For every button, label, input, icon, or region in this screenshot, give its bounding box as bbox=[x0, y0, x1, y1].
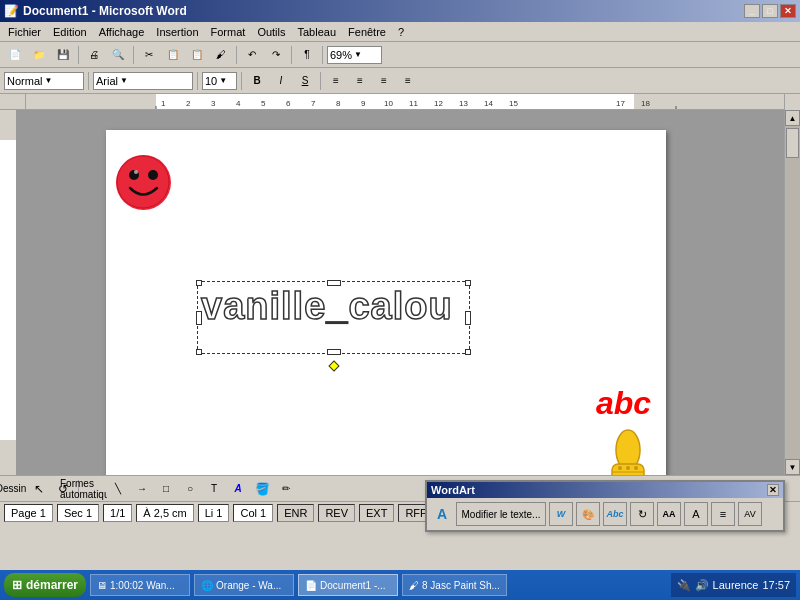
font-arrow: ▼ bbox=[120, 76, 128, 85]
line-tool[interactable]: ╲ bbox=[107, 479, 129, 499]
font-dropdown[interactable]: Arial ▼ bbox=[93, 72, 193, 90]
align-center-button[interactable]: ≡ bbox=[349, 71, 371, 91]
align-right-button[interactable]: ≡ bbox=[373, 71, 395, 91]
wordart-rotate-button[interactable]: ↻ bbox=[630, 502, 654, 526]
arrow-tool[interactable]: → bbox=[131, 479, 153, 499]
underline-button[interactable]: S bbox=[294, 71, 316, 91]
cut-button[interactable]: ✂ bbox=[138, 45, 160, 65]
paste-button[interactable]: 📋 bbox=[186, 45, 208, 65]
taskbar-label-1: Orange - Wa... bbox=[216, 580, 281, 591]
dessin-dropdown[interactable]: Dessin ▼ bbox=[4, 479, 26, 499]
handle-tr[interactable] bbox=[465, 280, 471, 286]
textbox-tool[interactable]: T bbox=[203, 479, 225, 499]
svg-text:14: 14 bbox=[484, 99, 493, 108]
new-doc-button[interactable]: 📄 bbox=[4, 45, 26, 65]
taskbar-item-1[interactable]: 🌐 Orange - Wa... bbox=[194, 574, 294, 596]
justify-button[interactable]: ≡ bbox=[397, 71, 419, 91]
status-enr: ENR bbox=[277, 504, 314, 522]
handle-br[interactable] bbox=[465, 349, 471, 355]
taskbar-item-3[interactable]: 🖌 8 Jasc Paint Sh... bbox=[402, 574, 507, 596]
zoom-value: 69% bbox=[330, 49, 352, 61]
preview-button[interactable]: 🔍 bbox=[107, 45, 129, 65]
wordart-format-button[interactable]: 🎨 bbox=[576, 502, 600, 526]
handle-tl[interactable] bbox=[196, 280, 202, 286]
wordart-gallery-button[interactable]: W bbox=[549, 502, 573, 526]
close-button[interactable]: ✕ bbox=[780, 4, 796, 18]
handle-mr[interactable] bbox=[465, 311, 471, 325]
redo-button[interactable]: ↷ bbox=[265, 45, 287, 65]
taskbar-item-0[interactable]: 🖥 1:00:02 Wan... bbox=[90, 574, 190, 596]
fill-color-button[interactable]: 🪣 bbox=[251, 479, 273, 499]
toolbar-standard: 📄 📁 💾 🖨 🔍 ✂ 📋 📋 🖌 ↶ ↷ ¶ 69% ▼ bbox=[0, 42, 800, 68]
handle-tm[interactable] bbox=[327, 280, 341, 286]
menu-insertion[interactable]: Insertion bbox=[150, 24, 204, 40]
bold-button[interactable]: B bbox=[246, 71, 268, 91]
paragraph-marks-button[interactable]: ¶ bbox=[296, 45, 318, 65]
style-dropdown[interactable]: Normal ▼ bbox=[4, 72, 84, 90]
pen-icon: ✏ bbox=[282, 483, 290, 494]
status-sec: Sec 1 bbox=[57, 504, 99, 522]
taskbar-right: 🔌 🔊 Laurence 17:57 bbox=[671, 573, 796, 597]
menu-outils[interactable]: Outils bbox=[251, 24, 291, 40]
taskbar: ⊞ démarrer 🖥 1:00:02 Wan... 🌐 Orange - W… bbox=[0, 570, 800, 600]
tray-sound-icon: 🔊 bbox=[695, 579, 709, 592]
wordart-insert-button[interactable]: A bbox=[431, 504, 453, 524]
menu-edition[interactable]: Edition bbox=[47, 24, 93, 40]
wordart-align-button[interactable]: ≡ bbox=[711, 502, 735, 526]
menu-fichier[interactable]: Fichier bbox=[2, 24, 47, 40]
modify-text-button[interactable]: Modifier le texte... bbox=[456, 502, 546, 526]
svg-text:8: 8 bbox=[336, 99, 341, 108]
undo-button[interactable]: ↶ bbox=[241, 45, 263, 65]
zoom-dropdown[interactable]: 69% ▼ bbox=[327, 46, 382, 64]
scroll-up-button[interactable]: ▲ bbox=[785, 110, 800, 126]
handle-bm[interactable] bbox=[327, 349, 341, 355]
ruler-scrollbar-corner bbox=[784, 94, 800, 110]
handle-ml[interactable] bbox=[196, 311, 202, 325]
taskbar-item-2[interactable]: 📄 Document1 -... bbox=[298, 574, 398, 596]
svg-text:11: 11 bbox=[409, 99, 418, 108]
rotate-handle[interactable] bbox=[330, 362, 338, 370]
separator-2 bbox=[133, 46, 134, 64]
wordart-spacing-button[interactable]: AV bbox=[738, 502, 762, 526]
size-value: 10 bbox=[205, 75, 217, 87]
menu-affichage[interactable]: Affichage bbox=[93, 24, 151, 40]
minimize-button[interactable]: _ bbox=[744, 4, 760, 18]
svg-text:6: 6 bbox=[286, 99, 291, 108]
taskbar-label-3: 8 Jasc Paint Sh... bbox=[422, 580, 500, 591]
wordart-same-height-button[interactable]: AA bbox=[657, 502, 681, 526]
save-button[interactable]: 💾 bbox=[52, 45, 74, 65]
size-dropdown[interactable]: 10 ▼ bbox=[202, 72, 237, 90]
toolbar-formatting: Normal ▼ Arial ▼ 10 ▼ B I S ≡ ≡ ≡ ≡ bbox=[0, 68, 800, 94]
line-color-button[interactable]: ✏ bbox=[275, 479, 297, 499]
wordart-shape-button[interactable]: Abc bbox=[603, 502, 627, 526]
scroll-down-button[interactable]: ▼ bbox=[785, 459, 800, 475]
oval-tool[interactable]: ○ bbox=[179, 479, 201, 499]
copy-button[interactable]: 📋 bbox=[162, 45, 184, 65]
formes-dropdown[interactable]: Formes automatiques ▼ bbox=[83, 479, 105, 499]
menu-help[interactable]: ? bbox=[392, 24, 410, 40]
wordart-toolbar-titlebar: WordArt ✕ bbox=[427, 482, 783, 498]
menu-fenetre[interactable]: Fenêtre bbox=[342, 24, 392, 40]
cursor-tool[interactable]: ↖ bbox=[28, 479, 50, 499]
start-button[interactable]: ⊞ démarrer bbox=[4, 573, 86, 597]
wordart-tool[interactable]: A bbox=[227, 479, 249, 499]
wordart-toolbar-close-button[interactable]: ✕ bbox=[767, 484, 779, 496]
menu-format[interactable]: Format bbox=[205, 24, 252, 40]
svg-point-30 bbox=[626, 466, 630, 470]
scrollbar-thumb[interactable] bbox=[786, 128, 799, 158]
diamond-icon bbox=[328, 360, 339, 371]
align-left-button[interactable]: ≡ bbox=[325, 71, 347, 91]
maximize-button[interactable]: □ bbox=[762, 4, 778, 18]
italic-button[interactable]: I bbox=[270, 71, 292, 91]
wordart-vertical-button[interactable]: A bbox=[684, 502, 708, 526]
scrollbar-track[interactable] bbox=[785, 126, 800, 459]
menu-tableau[interactable]: Tableau bbox=[292, 24, 343, 40]
wordart-object[interactable]: vanille_calou bbox=[201, 285, 466, 350]
handle-bl[interactable] bbox=[196, 349, 202, 355]
format-painter-button[interactable]: 🖌 bbox=[210, 45, 232, 65]
start-label: démarrer bbox=[26, 578, 78, 592]
print-button[interactable]: 🖨 bbox=[83, 45, 105, 65]
status-ext: EXT bbox=[359, 504, 394, 522]
open-button[interactable]: 📁 bbox=[28, 45, 50, 65]
rect-tool[interactable]: □ bbox=[155, 479, 177, 499]
